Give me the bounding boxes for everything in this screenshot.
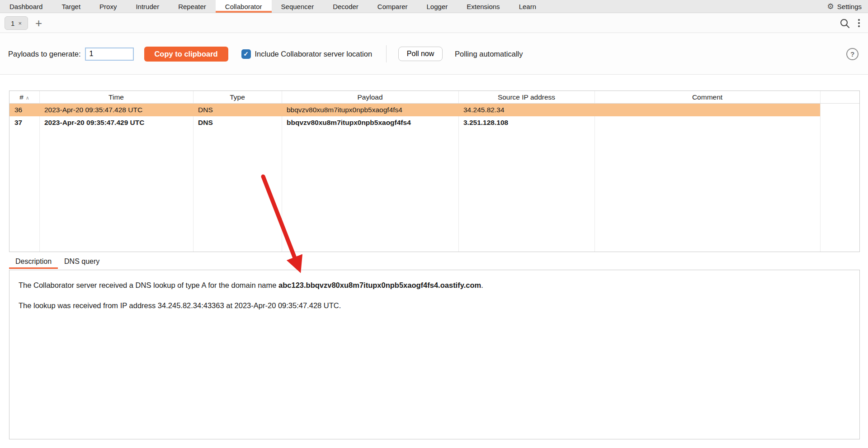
tab-dns-query[interactable]: DNS query	[58, 254, 106, 269]
polling-status-text: Polling automatically	[455, 50, 523, 58]
column-header-comment[interactable]: Comment	[594, 93, 820, 101]
copy-to-clipboard-button[interactable]: Copy to clipboard	[144, 47, 228, 62]
main-menu-bar: Dashboard Target Proxy Intruder Repeater…	[0, 0, 868, 13]
cell-payload: bbqvzv80xu8m7itupx0npb5xaogf4fs4	[282, 106, 458, 114]
table-row-36-selected[interactable]: 36 2023-Apr-20 09:35:47.428 UTC DNS bbqv…	[9, 104, 820, 116]
detail-tab-bar: Description DNS query	[9, 254, 106, 269]
search-icon[interactable]	[840, 18, 850, 29]
include-server-location-label[interactable]: Include Collaborator server location	[255, 50, 373, 58]
cell-source-ip: 3.251.128.108	[458, 119, 594, 127]
column-header-source-ip[interactable]: Source IP address	[458, 93, 594, 101]
payloads-to-generate-label: Payloads to generate:	[8, 50, 81, 58]
toolbar-divider	[386, 45, 387, 62]
table-header-row: #∧ Time Type Payload Source IP address C…	[9, 91, 859, 104]
column-header-type[interactable]: Type	[193, 93, 282, 101]
more-options-icon[interactable]	[858, 19, 860, 27]
menu-item-sequencer[interactable]: Sequencer	[272, 0, 324, 13]
menu-item-collaborator[interactable]: Collaborator	[216, 0, 272, 13]
cell-type: DNS	[193, 119, 282, 127]
column-header-time[interactable]: Time	[39, 93, 193, 101]
collaborator-tab-label: 1	[11, 19, 14, 27]
sort-ascending-icon: ∧	[26, 95, 29, 100]
cell-number: 36	[9, 106, 39, 114]
table-row-37[interactable]: 37 2023-Apr-20 09:35:47.429 UTC DNS bbqv…	[9, 116, 859, 129]
tab-description[interactable]: Description	[9, 254, 58, 269]
cell-number: 37	[9, 119, 39, 127]
collaborator-toolbar: Payloads to generate: Copy to clipboard …	[0, 33, 868, 75]
menu-item-intruder[interactable]: Intruder	[126, 0, 169, 13]
column-header-payload[interactable]: Payload	[282, 93, 458, 101]
cell-time: 2023-Apr-20 09:35:47.428 UTC	[39, 106, 193, 114]
description-panel: The Collaborator server received a DNS l…	[9, 270, 860, 439]
include-server-location-checkbox[interactable]: ✓	[241, 49, 251, 59]
column-divider	[820, 91, 821, 252]
collaborator-tab-bar: 1 × +	[0, 14, 868, 33]
payload-domain-text: abc123.bbqvzv80xu8m7itupx0npb5xaogf4fs4.…	[278, 281, 481, 289]
menu-item-proxy[interactable]: Proxy	[90, 0, 126, 13]
cell-source-ip: 34.245.82.34	[458, 106, 594, 114]
cell-time: 2023-Apr-20 09:35:47.429 UTC	[39, 119, 193, 127]
help-icon[interactable]: ?	[846, 48, 859, 60]
settings-button[interactable]: ⚙ Settings	[827, 0, 868, 13]
add-tab-button[interactable]: +	[35, 17, 42, 29]
menu-item-decoder[interactable]: Decoder	[323, 0, 368, 13]
gear-icon: ⚙	[827, 3, 834, 10]
menu-item-extensions[interactable]: Extensions	[457, 0, 509, 13]
cell-payload: bbqvzv80xu8m7itupx0npb5xaogf4fs4	[282, 119, 458, 127]
menu-item-comparer[interactable]: Comparer	[368, 0, 417, 13]
menu-item-learn[interactable]: Learn	[509, 0, 546, 13]
menu-item-dashboard[interactable]: Dashboard	[0, 0, 52, 13]
description-line-1: The Collaborator server received a DNS l…	[19, 280, 850, 290]
close-icon[interactable]: ×	[18, 20, 22, 26]
payloads-count-input[interactable]	[85, 48, 134, 61]
menu-item-logger[interactable]: Logger	[417, 0, 458, 13]
menu-item-repeater[interactable]: Repeater	[169, 0, 216, 13]
cell-type: DNS	[193, 106, 282, 114]
interactions-table: #∧ Time Type Payload Source IP address C…	[9, 91, 860, 252]
menu-item-target[interactable]: Target	[52, 0, 90, 13]
description-line-2: The lookup was received from IP address …	[19, 300, 850, 310]
column-header-number[interactable]: #∧	[9, 93, 39, 101]
collaborator-tab-1[interactable]: 1 ×	[5, 16, 28, 30]
settings-label: Settings	[837, 3, 862, 10]
poll-now-button[interactable]: Poll now	[398, 47, 443, 61]
